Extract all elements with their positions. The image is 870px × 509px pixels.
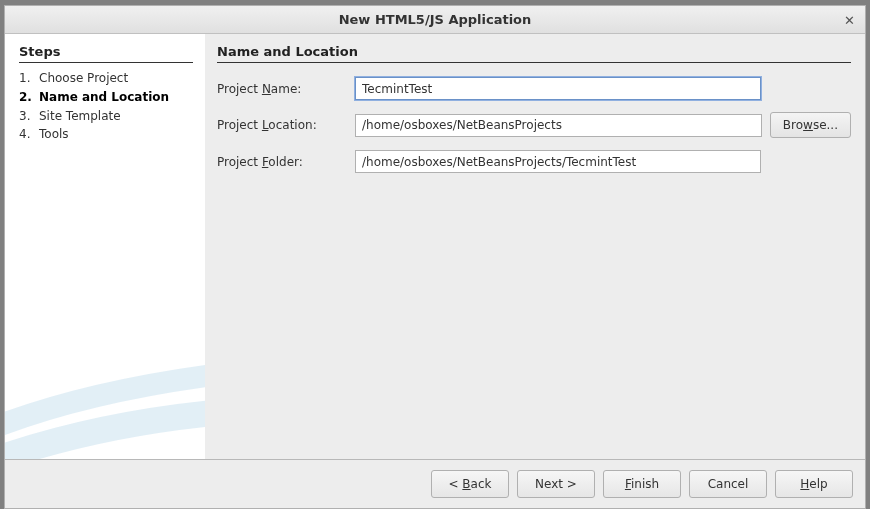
step-label: Tools: [39, 126, 193, 143]
project-location-row: Project Location: Browse...: [217, 112, 851, 138]
decorative-swoosh-icon: [5, 329, 205, 459]
project-name-row: Project Name:: [217, 77, 851, 100]
step-item: 1. Choose Project: [19, 69, 193, 88]
project-location-label: Project Location:: [217, 118, 347, 132]
help-button[interactable]: Help: [775, 470, 853, 498]
steps-list: 1. Choose Project 2. Name and Location 3…: [19, 69, 193, 144]
project-location-input[interactable]: [355, 114, 762, 137]
close-icon[interactable]: ✕: [840, 10, 859, 29]
step-num: 1.: [19, 70, 39, 87]
steps-header: Steps: [19, 44, 193, 63]
step-num: 2.: [19, 89, 39, 106]
main-panel: Name and Location Project Name: Project …: [205, 34, 865, 459]
dialog-content: Steps 1. Choose Project 2. Name and Loca…: [5, 34, 865, 460]
project-name-label: Project Name:: [217, 82, 347, 96]
step-item: 3. Site Template: [19, 107, 193, 126]
cancel-button[interactable]: Cancel: [689, 470, 767, 498]
browse-button[interactable]: Browse...: [770, 112, 851, 138]
step-num: 4.: [19, 126, 39, 143]
step-label: Choose Project: [39, 70, 193, 87]
titlebar-title: New HTML5/JS Application: [339, 12, 532, 27]
titlebar: New HTML5/JS Application ✕: [5, 6, 865, 34]
project-name-input[interactable]: [355, 77, 761, 100]
back-button[interactable]: < Back: [431, 470, 509, 498]
step-label: Name and Location: [39, 89, 193, 106]
step-item-current: 2. Name and Location: [19, 88, 193, 107]
button-bar: < Back Next > Finish Cancel Help: [5, 460, 865, 508]
finish-button[interactable]: Finish: [603, 470, 681, 498]
project-folder-label: Project Folder:: [217, 155, 347, 169]
step-num: 3.: [19, 108, 39, 125]
project-folder-row: Project Folder:: [217, 150, 851, 173]
step-label: Site Template: [39, 108, 193, 125]
section-header: Name and Location: [217, 44, 851, 63]
steps-panel: Steps 1. Choose Project 2. Name and Loca…: [5, 34, 205, 459]
next-button[interactable]: Next >: [517, 470, 595, 498]
wizard-dialog: New HTML5/JS Application ✕ Steps 1. Choo…: [4, 5, 866, 509]
project-folder-input[interactable]: [355, 150, 761, 173]
step-item: 4. Tools: [19, 125, 193, 144]
